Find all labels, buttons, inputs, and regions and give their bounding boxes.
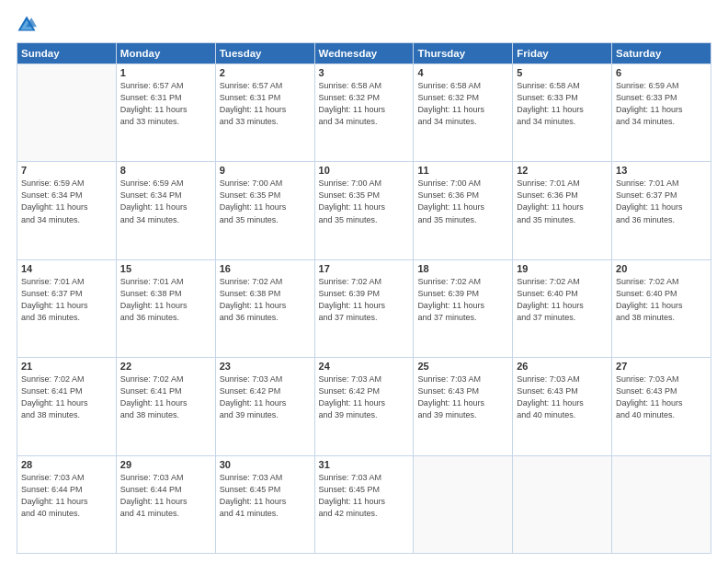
day-number: 18 xyxy=(417,263,508,274)
calendar-day: 19Sunrise: 7:02 AMSunset: 6:40 PMDayligh… xyxy=(513,259,612,357)
day-info: Sunrise: 6:59 AMSunset: 6:33 PMDaylight:… xyxy=(616,80,707,128)
calendar-header-monday: Monday xyxy=(116,43,215,64)
day-number: 12 xyxy=(517,165,608,176)
day-number: 15 xyxy=(120,263,211,274)
calendar-day: 5Sunrise: 6:58 AMSunset: 6:33 PMDaylight… xyxy=(513,64,612,162)
calendar-day: 11Sunrise: 7:00 AMSunset: 6:36 PMDayligh… xyxy=(414,162,513,259)
calendar-header-row: SundayMondayTuesdayWednesdayThursdayFrid… xyxy=(17,43,711,64)
day-info: Sunrise: 7:03 AMSunset: 6:44 PMDaylight:… xyxy=(21,472,112,520)
calendar-day xyxy=(513,455,612,553)
calendar-day: 8Sunrise: 6:59 AMSunset: 6:34 PMDaylight… xyxy=(116,162,215,259)
day-info: Sunrise: 7:03 AMSunset: 6:44 PMDaylight:… xyxy=(120,472,211,520)
day-number: 3 xyxy=(319,67,410,78)
calendar-day: 6Sunrise: 6:59 AMSunset: 6:33 PMDaylight… xyxy=(612,64,711,162)
logo-icon xyxy=(17,15,37,35)
day-number: 5 xyxy=(517,67,608,78)
day-info: Sunrise: 6:59 AMSunset: 6:34 PMDaylight:… xyxy=(120,178,211,225)
calendar-day: 9Sunrise: 7:00 AMSunset: 6:35 PMDaylight… xyxy=(215,162,314,259)
day-number: 20 xyxy=(616,263,707,274)
calendar-day: 2Sunrise: 6:57 AMSunset: 6:31 PMDaylight… xyxy=(215,64,314,162)
calendar-day xyxy=(17,64,117,162)
calendar-header-thursday: Thursday xyxy=(414,43,513,64)
day-info: Sunrise: 7:01 AMSunset: 6:37 PMDaylight:… xyxy=(21,276,112,324)
day-info: Sunrise: 6:58 AMSunset: 6:32 PMDaylight:… xyxy=(417,80,508,128)
calendar-week-5: 28Sunrise: 7:03 AMSunset: 6:44 PMDayligh… xyxy=(17,455,711,553)
calendar-day: 25Sunrise: 7:03 AMSunset: 6:43 PMDayligh… xyxy=(414,358,513,455)
calendar-day: 15Sunrise: 7:01 AMSunset: 6:38 PMDayligh… xyxy=(116,259,215,357)
day-info: Sunrise: 7:02 AMSunset: 6:39 PMDaylight:… xyxy=(319,276,410,324)
day-info: Sunrise: 7:00 AMSunset: 6:35 PMDaylight:… xyxy=(319,178,410,225)
day-number: 4 xyxy=(417,67,508,78)
calendar-day: 31Sunrise: 7:03 AMSunset: 6:45 PMDayligh… xyxy=(314,455,414,553)
day-info: Sunrise: 7:03 AMSunset: 6:42 PMDaylight:… xyxy=(319,373,410,421)
calendar-day: 20Sunrise: 7:02 AMSunset: 6:40 PMDayligh… xyxy=(612,259,711,357)
day-info: Sunrise: 7:02 AMSunset: 6:39 PMDaylight:… xyxy=(417,276,508,324)
day-number: 31 xyxy=(319,459,410,470)
day-number: 22 xyxy=(120,361,211,372)
calendar-header-tuesday: Tuesday xyxy=(215,43,314,64)
day-info: Sunrise: 6:57 AMSunset: 6:31 PMDaylight:… xyxy=(220,80,311,128)
day-info: Sunrise: 7:01 AMSunset: 6:38 PMDaylight:… xyxy=(120,276,211,324)
day-number: 1 xyxy=(120,67,211,78)
calendar-header-friday: Friday xyxy=(513,43,612,64)
day-number: 23 xyxy=(220,361,311,372)
calendar-week-4: 21Sunrise: 7:02 AMSunset: 6:41 PMDayligh… xyxy=(17,358,711,455)
calendar-day: 14Sunrise: 7:01 AMSunset: 6:37 PMDayligh… xyxy=(17,259,117,357)
day-number: 6 xyxy=(616,67,707,78)
day-info: Sunrise: 6:57 AMSunset: 6:31 PMDaylight:… xyxy=(120,80,211,128)
calendar-table: SundayMondayTuesdayWednesdayThursdayFrid… xyxy=(17,42,711,554)
calendar-day: 7Sunrise: 6:59 AMSunset: 6:34 PMDaylight… xyxy=(17,162,117,259)
day-number: 7 xyxy=(21,165,112,176)
day-number: 11 xyxy=(417,165,508,176)
day-info: Sunrise: 7:02 AMSunset: 6:41 PMDaylight:… xyxy=(120,373,211,421)
day-number: 16 xyxy=(220,263,311,274)
calendar-week-3: 14Sunrise: 7:01 AMSunset: 6:37 PMDayligh… xyxy=(17,259,711,357)
day-info: Sunrise: 7:02 AMSunset: 6:40 PMDaylight:… xyxy=(517,276,608,324)
calendar-header-saturday: Saturday xyxy=(612,43,711,64)
day-info: Sunrise: 7:00 AMSunset: 6:35 PMDaylight:… xyxy=(220,178,311,225)
calendar-day: 18Sunrise: 7:02 AMSunset: 6:39 PMDayligh… xyxy=(414,259,513,357)
logo xyxy=(17,15,40,35)
day-number: 29 xyxy=(120,459,211,470)
calendar-day: 1Sunrise: 6:57 AMSunset: 6:31 PMDaylight… xyxy=(116,64,215,162)
calendar-day: 3Sunrise: 6:58 AMSunset: 6:32 PMDaylight… xyxy=(314,64,414,162)
day-number: 2 xyxy=(220,67,311,78)
page: SundayMondayTuesdayWednesdayThursdayFrid… xyxy=(0,0,728,563)
calendar-day: 27Sunrise: 7:03 AMSunset: 6:43 PMDayligh… xyxy=(612,358,711,455)
header xyxy=(17,15,711,35)
calendar-day: 4Sunrise: 6:58 AMSunset: 6:32 PMDaylight… xyxy=(414,64,513,162)
calendar-day: 26Sunrise: 7:03 AMSunset: 6:43 PMDayligh… xyxy=(513,358,612,455)
day-number: 27 xyxy=(616,361,707,372)
calendar-day: 12Sunrise: 7:01 AMSunset: 6:36 PMDayligh… xyxy=(513,162,612,259)
day-info: Sunrise: 7:03 AMSunset: 6:45 PMDaylight:… xyxy=(220,472,311,520)
calendar-week-2: 7Sunrise: 6:59 AMSunset: 6:34 PMDaylight… xyxy=(17,162,711,259)
day-number: 30 xyxy=(220,459,311,470)
day-info: Sunrise: 7:03 AMSunset: 6:43 PMDaylight:… xyxy=(517,373,608,421)
day-info: Sunrise: 7:02 AMSunset: 6:41 PMDaylight:… xyxy=(21,373,112,421)
calendar-day: 17Sunrise: 7:02 AMSunset: 6:39 PMDayligh… xyxy=(314,259,414,357)
day-number: 26 xyxy=(517,361,608,372)
calendar-day: 29Sunrise: 7:03 AMSunset: 6:44 PMDayligh… xyxy=(116,455,215,553)
calendar-day: 10Sunrise: 7:00 AMSunset: 6:35 PMDayligh… xyxy=(314,162,414,259)
day-info: Sunrise: 7:02 AMSunset: 6:40 PMDaylight:… xyxy=(616,276,707,324)
calendar-day: 30Sunrise: 7:03 AMSunset: 6:45 PMDayligh… xyxy=(215,455,314,553)
day-info: Sunrise: 7:02 AMSunset: 6:38 PMDaylight:… xyxy=(220,276,311,324)
day-info: Sunrise: 6:58 AMSunset: 6:32 PMDaylight:… xyxy=(319,80,410,128)
day-info: Sunrise: 7:03 AMSunset: 6:43 PMDaylight:… xyxy=(417,373,508,421)
calendar-day: 13Sunrise: 7:01 AMSunset: 6:37 PMDayligh… xyxy=(612,162,711,259)
calendar-day: 28Sunrise: 7:03 AMSunset: 6:44 PMDayligh… xyxy=(17,455,117,553)
day-info: Sunrise: 7:00 AMSunset: 6:36 PMDaylight:… xyxy=(417,178,508,225)
day-info: Sunrise: 7:03 AMSunset: 6:42 PMDaylight:… xyxy=(220,373,311,421)
calendar-header-sunday: Sunday xyxy=(17,43,117,64)
calendar-day: 21Sunrise: 7:02 AMSunset: 6:41 PMDayligh… xyxy=(17,358,117,455)
day-number: 28 xyxy=(21,459,112,470)
day-number: 10 xyxy=(319,165,410,176)
day-number: 25 xyxy=(417,361,508,372)
day-number: 9 xyxy=(220,165,311,176)
day-info: Sunrise: 7:01 AMSunset: 6:36 PMDaylight:… xyxy=(517,178,608,225)
day-info: Sunrise: 6:58 AMSunset: 6:33 PMDaylight:… xyxy=(517,80,608,128)
calendar-day xyxy=(612,455,711,553)
day-number: 14 xyxy=(21,263,112,274)
calendar-week-1: 1Sunrise: 6:57 AMSunset: 6:31 PMDaylight… xyxy=(17,64,711,162)
calendar-day: 22Sunrise: 7:02 AMSunset: 6:41 PMDayligh… xyxy=(116,358,215,455)
